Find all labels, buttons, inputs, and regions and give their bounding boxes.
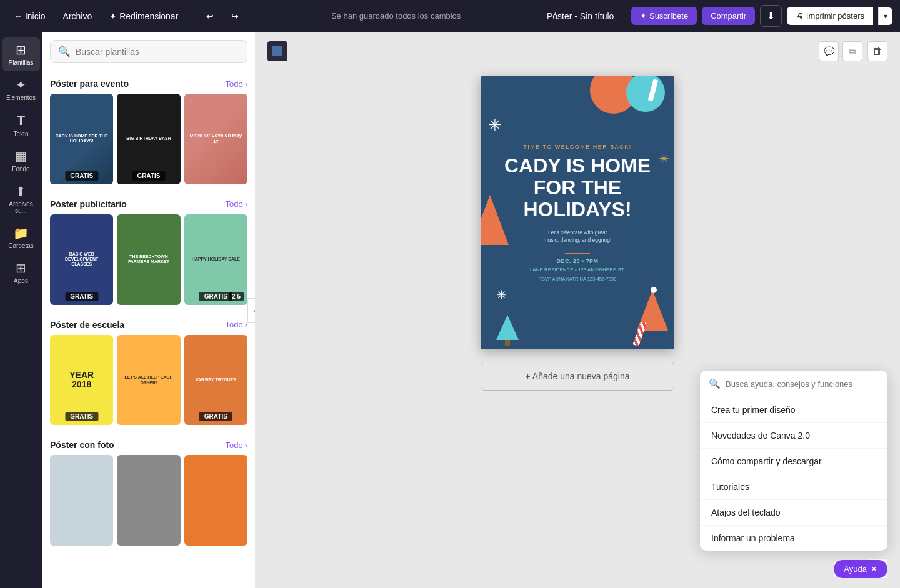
deco-star-right: ✳ (659, 151, 669, 166)
help-button[interactable]: Ayuda ✕ (834, 560, 888, 578)
templates-grid-publicitario: BASIC WEB DEVELOPMENT CLASSES GRATIS THE… (42, 214, 255, 312)
document-title: Póster - Sin título (547, 11, 614, 21)
search-wrap: 🔍 (50, 40, 248, 63)
delete-button[interactable]: 🗑 (868, 41, 888, 61)
sidebar-item-label: Carpetas (8, 242, 34, 249)
deco-star-left: ✳ (488, 117, 502, 133)
sidebar-item-carpetas[interactable]: 📁 Carpetas (2, 221, 40, 254)
undo-button[interactable]: ↩ (200, 7, 220, 25)
sidebar-item-label: Apps (14, 277, 28, 284)
canvas-area: 💬 ⧉ 🗑 ✳ ✳ ✳ (255, 32, 900, 588)
help-item-primer-diseno[interactable]: Crea tu primer diseño (700, 397, 888, 423)
download-button[interactable]: ⬇ (760, 5, 782, 27)
close-icon: ✕ (871, 564, 878, 574)
copy-button[interactable]: ⧉ (842, 41, 862, 61)
subscribe-button[interactable]: ✦ Suscríbete (631, 7, 697, 25)
template-card[interactable] (117, 455, 180, 546)
print-button[interactable]: 🖨 Imprimir pósters (787, 7, 873, 25)
section-todo-publicitario[interactable]: Todo › (225, 199, 248, 209)
archivo-button[interactable]: Archivo (57, 7, 99, 25)
text-icon: T (17, 112, 25, 129)
deco-star-bottom: ✳ (496, 287, 507, 302)
templates-panel: 🔍 Póster para evento Todo › CADY IS HOME… (42, 32, 255, 588)
template-card[interactable]: THE BEECHTOWN FARMERS MARKET (117, 214, 180, 305)
sidebar-item-elementos[interactable]: ✦ Elementos (2, 72, 40, 106)
template-badge: GRATIS (65, 171, 98, 181)
section-todo-escuela[interactable]: Todo › (225, 320, 248, 329)
help-item-novedades[interactable]: Novedades de Canva 2.0 (700, 423, 888, 449)
search-input[interactable] (76, 47, 239, 57)
deco-hat-ball (651, 287, 657, 293)
help-search-input[interactable] (726, 379, 879, 389)
page-indicator (268, 41, 288, 61)
help-label: Ayuda (844, 564, 867, 574)
redo-button[interactable]: ↪ (225, 7, 245, 25)
background-icon: ▦ (15, 149, 27, 164)
section-title-publicitario: Póster publicitario (50, 199, 127, 209)
section-header-escuela: Póster de escuela Todo › (42, 312, 255, 335)
back-button[interactable]: ← Inicio (8, 7, 52, 25)
deco-tree (496, 315, 519, 346)
template-card[interactable] (50, 455, 113, 546)
comment-button[interactable]: 💬 (819, 41, 839, 61)
share-button[interactable]: Compartir (702, 7, 755, 25)
sidebar-item-fondo[interactable]: ▦ Fondo (2, 144, 40, 177)
template-card[interactable] (184, 455, 248, 546)
template-badge: GRATIS (65, 412, 98, 421)
poster-divider (565, 253, 590, 254)
poster-container: ✳ ✳ ✳ TIME (481, 76, 674, 391)
search-icon: 🔍 (58, 46, 71, 57)
sidebar-item-archivos[interactable]: ⬆ Archivos su... (2, 179, 40, 219)
template-card[interactable]: YEAR2018 GRATIS (50, 335, 113, 426)
template-card[interactable]: CADY IS HOME FOR THE HOLIDAYS! GRATIS (50, 94, 113, 184)
sidebar-item-label: Plantillas (8, 59, 33, 66)
help-item-tutoriales[interactable]: Tutoriales (700, 474, 888, 500)
section-todo-evento[interactable]: Todo › (225, 79, 248, 89)
upload-icon: ⬆ (16, 184, 26, 199)
template-badge: GRATIS (65, 292, 98, 301)
page-square (272, 46, 282, 56)
redimensionar-button[interactable]: ✦ Redimensionar (103, 7, 184, 25)
panel-search-area: 🔍 (42, 32, 255, 71)
template-card[interactable]: VARSITY TRYOUTS GRATIS (184, 335, 248, 426)
template-card[interactable]: LET'S ALL HELP EACH OTHER! (117, 335, 180, 426)
help-search-icon: 🔍 (709, 378, 721, 389)
poster-address: LANE RESIDENCE • 123 ANYWHERE ST. (530, 267, 625, 272)
folder-icon: 📁 (13, 226, 29, 241)
add-page-button[interactable]: + Añade una nueva página (481, 362, 674, 391)
template-card[interactable]: Unite for Love on May 17 (184, 94, 248, 184)
templates-grid-foto (42, 455, 255, 553)
poster-rsvp: RSVP ANNA KATRINA 123-456-7890 (539, 276, 617, 282)
sidebar-item-texto[interactable]: T Texto (2, 107, 40, 142)
help-item-compartir[interactable]: Cómo compartir y descargar (700, 449, 888, 474)
nav-divider-1 (192, 9, 192, 24)
panel-collapse-handle[interactable]: ‹ (248, 298, 255, 323)
template-card[interactable]: BIG BIRTHDAY BASH GRATIS (117, 94, 180, 184)
elements-icon: ✦ (16, 77, 26, 92)
template-card[interactable]: BASIC WEB DEVELOPMENT CLASSES GRATIS (50, 214, 113, 305)
sidebar-item-label: Elementos (6, 94, 36, 101)
poster-date: DEC. 20 • 7PM (556, 258, 598, 264)
sidebar-item-plantillas[interactable]: ⊞ Plantillas (2, 37, 40, 71)
section-title-foto: Póster con foto (50, 440, 114, 450)
grid-icon: ⊞ (16, 42, 26, 57)
help-item-atajos[interactable]: Atajos del teclado (700, 500, 888, 526)
poster-main-title: CADY IS HOME FOR THE HOLIDAYS! (493, 155, 662, 221)
save-status: Se han guardado todos los cambios (250, 11, 542, 21)
number-badge: 2 5 (229, 292, 244, 301)
print-dropdown-button[interactable]: ▾ (878, 7, 892, 25)
help-dropdown: 🔍 Crea tu primer diseño Novedades de Can… (700, 371, 888, 551)
sidebar-item-label: Fondo (12, 166, 29, 172)
help-item-problema[interactable]: Informar un problema (700, 526, 888, 551)
sidebar-item-apps[interactable]: ⊞ Apps (2, 256, 40, 289)
poster-subtitle: Let's celebrate with greatmusic, dancing… (544, 229, 612, 245)
sidebar: ⊞ Plantillas ✦ Elementos T Texto ▦ Fondo… (0, 32, 42, 588)
poster[interactable]: ✳ ✳ ✳ TIME (481, 76, 674, 349)
template-card[interactable]: HAPPY HOLIDAY SALE GRATIS 2 5 (184, 214, 248, 305)
template-badge: GRATIS (199, 292, 232, 301)
section-todo-foto[interactable]: Todo › (225, 441, 248, 450)
apps-icon: ⊞ (16, 261, 26, 276)
section-header-foto: Póster con foto Todo › (42, 432, 255, 455)
help-btn-area: Ayuda ✕ (834, 560, 888, 578)
canvas-tools: 💬 ⧉ (819, 41, 862, 61)
